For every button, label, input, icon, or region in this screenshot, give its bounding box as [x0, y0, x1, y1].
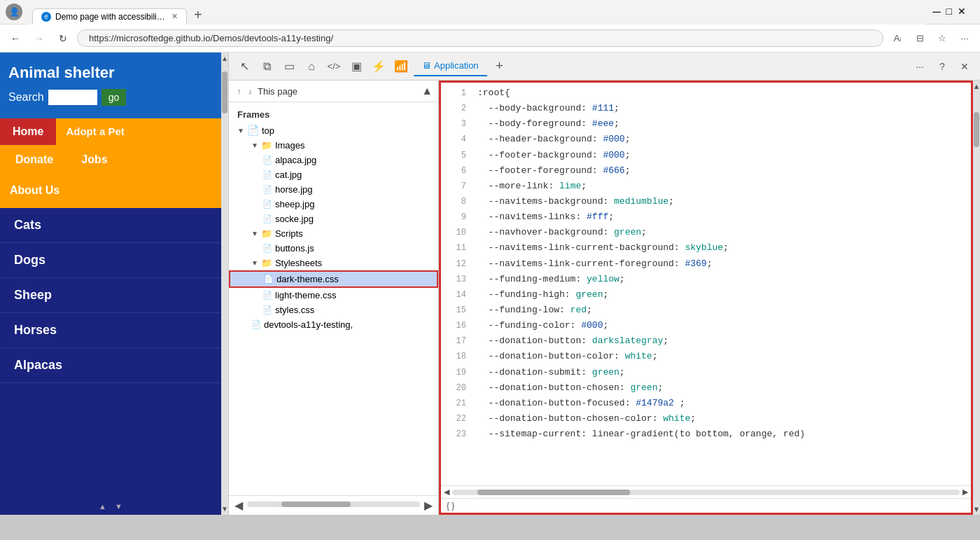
tree-scripts-folder[interactable]: ▼ 📁 Scripts	[229, 226, 438, 241]
dt-tab-application[interactable]: 🖥 Application	[414, 56, 487, 76]
tree-arrow-stylesheets: ▼	[251, 259, 258, 267]
code-text-4: --header-background: #000;	[477, 132, 630, 146]
dt-more-icon[interactable]: ···	[910, 57, 930, 76]
file-icon-js: 📄	[262, 244, 272, 253]
split-screen-icon[interactable]: ⊟	[910, 29, 930, 48]
folder-icon-stylesheets: 📁	[261, 258, 272, 268]
read-aloud-icon[interactable]: Aᵢ	[888, 29, 907, 48]
scroll-down-arrow[interactable]: ▼	[221, 503, 228, 515]
tree-file-dark-theme[interactable]: 📄 dark-theme.css	[229, 270, 438, 288]
tree-images-folder[interactable]: ▼ 📁 Images	[229, 138, 438, 153]
code-line-12: 12 --navitems-link-current-foreground: #…	[441, 256, 971, 272]
code-hscroll-thumb[interactable]	[477, 490, 630, 495]
search-go-button[interactable]: go	[102, 89, 127, 106]
tab-title: Demo page with accessibility issu	[55, 12, 167, 22]
dt-add-tab-icon[interactable]: +	[490, 57, 510, 76]
dt-close-icon[interactable]: ✕	[955, 57, 974, 76]
tree-file-light-theme[interactable]: 📄 light-theme.css	[229, 288, 438, 303]
tree-file-cat[interactable]: 📄 cat.jpg	[229, 167, 438, 182]
forward-button[interactable]: →	[29, 29, 49, 48]
code-line-17: 17 --donation-button: darkslategray;	[441, 333, 971, 349]
more-tools-icon[interactable]: ···	[955, 29, 974, 48]
code-vscroll-up[interactable]: ▲	[972, 81, 980, 92]
filetree-scroll-up[interactable]: ↑	[234, 85, 244, 97]
tree-arrow-images: ▼	[251, 141, 258, 149]
address-input[interactable]	[77, 29, 883, 47]
code-line-9: 9 --navitems-links: #fff;	[441, 209, 971, 225]
dt-performance-icon[interactable]: ⚡	[369, 57, 388, 76]
code-vscroll-thumb[interactable]	[974, 112, 979, 147]
code-scroll-left[interactable]: ◀	[444, 487, 449, 497]
code-line-6: 6 --footer-foreground: #666;	[441, 163, 971, 179]
dt-device-icon[interactable]: ⧉	[257, 57, 276, 76]
tree-file-buttons[interactable]: 📄 buttons.js	[229, 241, 438, 256]
tree-file-alpaca[interactable]: 📄 alpaca.jpg	[229, 153, 438, 167]
tree-file-horse[interactable]: 📄 horse.jpg	[229, 182, 438, 197]
dt-layout-icon[interactable]: ▣	[346, 57, 366, 76]
animal-alpacas[interactable]: Alpacas	[0, 348, 221, 383]
code-scroll-right[interactable]: ▶	[962, 487, 968, 497]
sidebar-scroll-up[interactable]: ▲	[99, 502, 106, 511]
file-icon-jpg: 📄	[262, 155, 272, 165]
animal-dogs[interactable]: Dogs	[0, 243, 221, 278]
nav-jobs-button[interactable]: Jobs	[69, 148, 120, 172]
favorites-icon[interactable]: ☆	[932, 29, 952, 48]
profile-icon[interactable]: 👤	[6, 4, 22, 20]
filetree-right-arrow[interactable]: ▶	[424, 499, 433, 512]
code-text-18: --donation-button-color: white;	[477, 349, 657, 364]
filetree-left-arrow[interactable]: ◀	[234, 499, 243, 512]
code-text-12: --navitems-link-current-foreground: #369…	[477, 257, 712, 271]
dt-source-icon[interactable]: </>	[324, 57, 344, 76]
dt-inspect-icon[interactable]: ↖	[234, 57, 254, 76]
site-title: Animal shelter	[8, 64, 213, 82]
sidebar-scrollbar[interactable]: ▲ ▼	[221, 53, 228, 515]
code-text-1: :root{	[477, 86, 510, 100]
nav-home-button[interactable]: Home	[0, 118, 56, 145]
frames-label: Frames	[229, 105, 438, 123]
site-header: Animal shelter Search go	[0, 53, 221, 118]
sidebar-scroll-down[interactable]: ▼	[115, 502, 122, 511]
filetree-hscroll-thumb[interactable]	[281, 501, 351, 507]
tree-root-file[interactable]: 📄 devtools-a11y-testing,	[229, 317, 438, 332]
line-num-10: 10	[447, 226, 466, 240]
back-button[interactable]: ←	[6, 29, 25, 48]
code-content[interactable]: 1 :root{ 2 --body-background: #111; 3 --…	[441, 83, 971, 485]
tree-file-styles[interactable]: 📄 styles.css	[229, 303, 438, 317]
tree-stylesheets-folder[interactable]: ▼ 📁 Stylesheets	[229, 256, 438, 270]
search-input[interactable]	[48, 90, 97, 105]
nav-donate-button[interactable]: Donate	[0, 148, 69, 172]
tree-file-sheep[interactable]: 📄 sheep.jpg	[229, 197, 438, 212]
close-button[interactable]: ✕	[958, 6, 966, 18]
dt-network-icon[interactable]: 📶	[391, 57, 411, 76]
code-line-2: 2 --body-background: #111;	[441, 101, 971, 116]
active-tab[interactable]: e Demo page with accessibility issu ✕	[32, 8, 187, 25]
code-text-22: --donation-button-chosen-color: white;	[477, 412, 696, 426]
code-line-14: 14 --funding-high: green;	[441, 287, 971, 303]
dt-sidebar-icon[interactable]: ▭	[279, 57, 299, 76]
devtools-right-scrollbar[interactable]: ▲ ▼	[973, 81, 980, 515]
code-vscroll-down[interactable]: ▼	[972, 504, 980, 515]
tree-file-socke[interactable]: 📄 socke.jpg	[229, 212, 438, 226]
tab-close-button[interactable]: ✕	[172, 12, 178, 21]
tree-file-alpaca-label: alpaca.jpg	[275, 155, 316, 165]
edge-icon: e	[41, 12, 51, 22]
code-line-4: 4 --header-background: #000;	[441, 132, 971, 147]
minimize-button[interactable]: ─	[932, 6, 940, 18]
nav-about-button[interactable]: About Us	[0, 179, 221, 202]
nav-adopt-button[interactable]: Adopt a Pet	[56, 118, 134, 145]
scroll-up-arrow[interactable]: ▲	[221, 53, 228, 64]
filetree-collapse-icon[interactable]: ▲	[421, 85, 433, 97]
line-num-22: 22	[447, 413, 466, 426]
scroll-thumb[interactable]	[222, 71, 227, 113]
maximize-button[interactable]: □	[946, 6, 952, 18]
tree-images-label: Images	[275, 140, 305, 151]
filetree-scroll-down[interactable]: ↓	[246, 85, 255, 97]
tree-top-folder[interactable]: ▼ 📄 top	[229, 123, 438, 138]
animal-cats[interactable]: Cats	[0, 208, 221, 243]
dt-home-icon[interactable]: ⌂	[302, 57, 321, 76]
refresh-button[interactable]: ↻	[53, 29, 73, 48]
animal-horses[interactable]: Horses	[0, 313, 221, 348]
dt-help-icon[interactable]: ?	[932, 57, 952, 76]
animal-sheep[interactable]: Sheep	[0, 278, 221, 313]
new-tab-button[interactable]: +	[187, 5, 209, 25]
